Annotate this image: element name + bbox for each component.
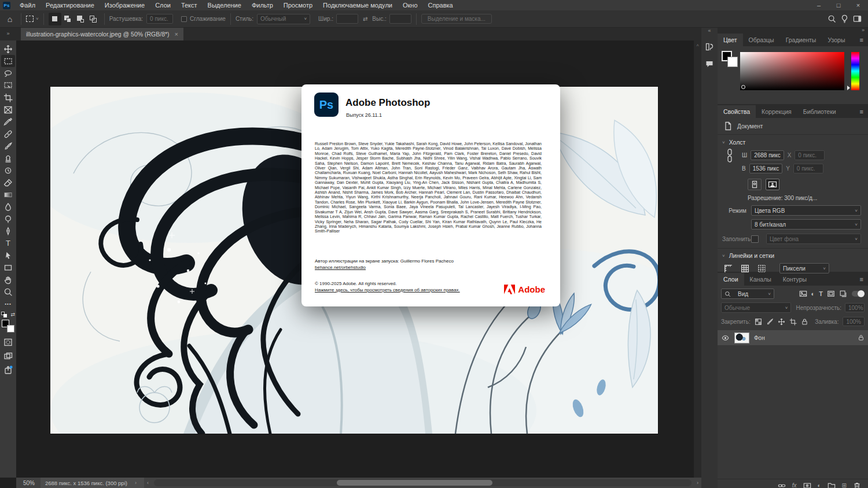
tool-preset[interactable]: ˅ <box>26 16 39 22</box>
layer-thumbnail[interactable] <box>734 332 749 343</box>
hue-slider-marker[interactable] <box>847 86 850 90</box>
dodge-tool[interactable] <box>1 213 15 225</box>
intersect-selection-button[interactable] <box>87 13 100 25</box>
scroll-right-icon[interactable]: › <box>694 480 701 486</box>
lock-artboard-icon[interactable] <box>789 318 797 326</box>
toolbar-expand-icon[interactable]: » <box>0 28 16 40</box>
filter-toggle-switch[interactable] <box>852 291 865 297</box>
default-colors-icon[interactable] <box>1 312 7 317</box>
screen-mode-button[interactable] <box>1 350 15 362</box>
new-selection-button[interactable] <box>49 13 61 25</box>
lock-position-icon[interactable] <box>778 318 785 326</box>
portrait-orientation-button[interactable] <box>748 179 762 190</box>
panel-menu-icon[interactable]: ≡ <box>855 108 868 118</box>
layer-lock-icon[interactable] <box>858 334 865 341</box>
fill-checkbox[interactable] <box>751 235 759 243</box>
document-info[interactable]: 2688 пикс. x 1536 пикс. (300 ppi) › <box>41 478 144 488</box>
rectangle-shape-tool[interactable] <box>1 261 15 273</box>
menu-type[interactable]: Текст <box>176 2 203 9</box>
link-dimensions-icon[interactable] <box>726 148 734 163</box>
hand-tool[interactable] <box>1 273 15 286</box>
add-adjustment-icon[interactable]: ◐ <box>818 482 821 488</box>
menu-help[interactable]: Справка <box>423 2 458 9</box>
color-mode-dropdown[interactable]: Цвета RGB ˅ <box>751 205 861 216</box>
swap-dimensions-icon[interactable]: ⇄ <box>363 16 367 22</box>
minimize-button[interactable]: – <box>809 0 829 10</box>
delete-layer-trash-icon[interactable] <box>853 482 861 488</box>
height-input[interactable] <box>389 14 411 24</box>
foreground-background-swatches[interactable] <box>2 320 14 332</box>
zoom-tool[interactable] <box>1 286 15 298</box>
panel-menu-icon[interactable]: ≡ <box>855 276 868 286</box>
swap-colors-icon[interactable]: ⇄ <box>10 312 15 317</box>
canvas-width-input[interactable]: 2688 пикс <box>751 150 784 160</box>
tab-swatches[interactable]: Образцы <box>743 34 780 46</box>
canvas-section-header[interactable]: ˅ Холст <box>718 135 868 148</box>
add-selection-button[interactable] <box>61 13 74 25</box>
filter-shape-icon[interactable] <box>827 290 835 298</box>
edit-toolbar-icon[interactable]: ••• <box>1 298 15 310</box>
scroll-up-icon[interactable]: ˄ <box>694 40 701 48</box>
units-dropdown[interactable]: Пиксели ˅ <box>779 263 829 273</box>
blend-mode-dropdown[interactable]: Обычные ˅ <box>721 302 791 313</box>
eyedropper-tool[interactable] <box>1 116 15 128</box>
menu-select[interactable]: Выделение <box>203 2 247 9</box>
y-input[interactable]: 0 пикс. <box>793 164 823 173</box>
rulers-toggle-icon[interactable] <box>723 264 733 273</box>
collapse-panels-icon[interactable]: » <box>718 28 868 32</box>
lock-all-icon[interactable] <box>801 318 808 326</box>
background-color[interactable] <box>7 325 14 332</box>
tab-paths[interactable]: Контуры <box>777 273 812 286</box>
object-selection-tool[interactable] <box>1 79 15 91</box>
tab-gradients[interactable]: Градиенты <box>780 34 822 46</box>
pixel-grid-toggle-icon[interactable] <box>757 264 767 273</box>
menu-image[interactable]: Изображение <box>100 2 150 9</box>
background-swatch[interactable] <box>727 57 738 67</box>
tab-adjustments[interactable]: Коррекция <box>756 105 797 118</box>
close-tab-icon[interactable]: × <box>175 31 178 38</box>
zoom-level[interactable]: 50% <box>16 480 41 486</box>
clone-stamp-tool[interactable] <box>1 152 15 164</box>
share-feedback-button[interactable] <box>1 364 15 376</box>
quick-mask-button[interactable] <box>1 336 15 348</box>
blur-tool[interactable] <box>1 201 15 213</box>
new-group-folder-icon[interactable] <box>827 482 836 488</box>
filter-image-icon[interactable] <box>799 290 807 298</box>
style-dropdown[interactable]: Обычный ˅ <box>257 14 310 24</box>
eraser-tool[interactable] <box>1 176 15 188</box>
rectangular-marquee-tool[interactable] <box>1 55 15 67</box>
artist-link[interactable]: behance.net/orbehstudio <box>315 265 366 270</box>
menu-view[interactable]: Просмотр <box>278 2 318 9</box>
filter-smart-object-icon[interactable] <box>839 290 847 298</box>
pen-tool[interactable] <box>1 225 15 237</box>
discover-lightbulb-icon[interactable] <box>838 13 851 25</box>
canvas-area[interactable]: Ps Adobe Photoshop Выпуск 26.11.1 Russel… <box>16 40 701 478</box>
menu-filter[interactable]: Фильтр <box>247 2 278 9</box>
menu-file[interactable]: Файл <box>14 2 41 9</box>
opacity-input[interactable]: 100% <box>845 303 865 312</box>
comments-panel-icon[interactable] <box>703 58 716 71</box>
antialias-checkbox[interactable] <box>181 16 187 22</box>
healing-brush-tool[interactable] <box>1 128 15 140</box>
scroll-left-icon[interactable]: ‹ <box>144 480 152 486</box>
layer-filter-dropdown[interactable]: Вид ˅ <box>721 289 774 299</box>
path-selection-tool[interactable] <box>1 249 15 261</box>
filter-adjustment-icon[interactable]: ◐ <box>811 290 815 297</box>
layer-row-background[interactable]: Фон <box>718 330 868 345</box>
scrollbar-thumb[interactable] <box>337 480 492 486</box>
new-layer-icon[interactable]: ⊞ <box>842 482 847 488</box>
menu-window[interactable]: Окно <box>398 2 423 9</box>
width-input[interactable] <box>336 14 358 24</box>
layer-effects-icon[interactable]: fx <box>792 482 797 488</box>
rulers-section-header[interactable]: ˅ Линейки и сетки <box>718 249 868 261</box>
landscape-orientation-button[interactable] <box>766 179 779 190</box>
link-layers-icon[interactable] <box>778 482 786 488</box>
feather-input[interactable]: 0 пикс. <box>146 14 173 24</box>
lasso-tool[interactable] <box>1 67 15 79</box>
search-icon[interactable] <box>825 13 838 25</box>
tab-properties[interactable]: Свойства <box>718 105 756 118</box>
menu-edit[interactable]: Редактирование <box>41 2 100 9</box>
subtract-selection-button[interactable] <box>74 13 87 25</box>
crop-tool[interactable] <box>1 91 15 103</box>
canvas-height-input[interactable]: 1536 пикс <box>749 164 783 173</box>
